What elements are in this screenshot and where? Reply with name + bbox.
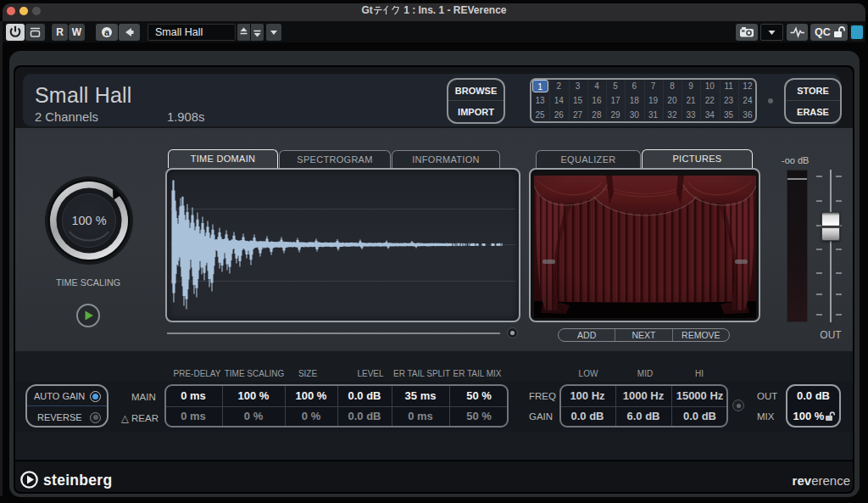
svg-text:a: a — [104, 27, 110, 37]
